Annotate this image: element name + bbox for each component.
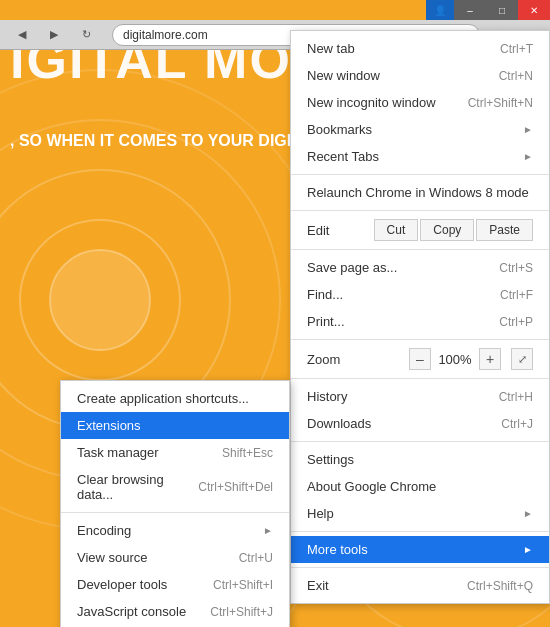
svg-point-4 <box>50 250 150 350</box>
submenu-arrow-more-tools: ► <box>523 544 533 555</box>
fullscreen-button[interactable]: ⤢ <box>511 348 533 370</box>
paste-button[interactable]: Paste <box>476 219 533 241</box>
menu-item-recent-tabs[interactable]: Recent Tabs ► <box>291 143 549 170</box>
menu-item-settings[interactable]: Settings <box>291 446 549 473</box>
window-controls: 👤 – □ ✕ <box>426 0 550 20</box>
zoom-in-button[interactable]: + <box>479 348 501 370</box>
close-button[interactable]: ✕ <box>518 0 550 20</box>
forward-button[interactable]: ▶ <box>40 24 68 46</box>
cut-button[interactable]: Cut <box>374 219 419 241</box>
sub-item-js-console[interactable]: JavaScript console Ctrl+Shift+J <box>61 598 289 625</box>
submenu-arrow-bookmarks: ► <box>523 124 533 135</box>
submenu-arrow-recent-tabs: ► <box>523 151 533 162</box>
copy-button[interactable]: Copy <box>420 219 474 241</box>
sub-item-task-manager[interactable]: Task manager Shift+Esc <box>61 439 289 466</box>
menu-item-relaunch[interactable]: Relaunch Chrome in Windows 8 mode <box>291 179 549 206</box>
zoom-row: Zoom – 100% + ⤢ <box>291 344 549 374</box>
more-tools-submenu: Create application shortcuts... Extensio… <box>60 380 290 627</box>
submenu-arrow-help: ► <box>523 508 533 519</box>
sub-item-extensions[interactable]: Extensions <box>61 412 289 439</box>
menu-item-new-tab[interactable]: New tab Ctrl+T <box>291 35 549 62</box>
submenu-arrow-encoding: ► <box>263 525 273 536</box>
back-button[interactable]: ◀ <box>8 24 36 46</box>
menu-item-history[interactable]: History Ctrl+H <box>291 383 549 410</box>
zoom-value: 100% <box>437 352 473 367</box>
menu-item-save-page[interactable]: Save page as... Ctrl+S <box>291 254 549 281</box>
chrome-menu: New tab Ctrl+T New window Ctrl+N New inc… <box>290 30 550 604</box>
divider-7 <box>291 531 549 532</box>
user-button[interactable]: 👤 <box>426 0 454 20</box>
menu-item-new-incognito[interactable]: New incognito window Ctrl+Shift+N <box>291 89 549 116</box>
menu-item-more-tools[interactable]: More tools ► <box>291 536 549 563</box>
sub-divider-1 <box>61 512 289 513</box>
menu-item-find[interactable]: Find... Ctrl+F <box>291 281 549 308</box>
divider-1 <box>291 174 549 175</box>
divider-4 <box>291 339 549 340</box>
sub-item-clear-browsing[interactable]: Clear browsing data... Ctrl+Shift+Del <box>61 466 289 508</box>
sub-item-create-shortcuts[interactable]: Create application shortcuts... <box>61 385 289 412</box>
browser-controls: ◀ ▶ ↻ <box>0 24 108 46</box>
menu-item-new-window[interactable]: New window Ctrl+N <box>291 62 549 89</box>
divider-2 <box>291 210 549 211</box>
maximize-button[interactable]: □ <box>486 0 518 20</box>
sub-item-encoding[interactable]: Encoding ► <box>61 517 289 544</box>
divider-8 <box>291 567 549 568</box>
divider-3 <box>291 249 549 250</box>
divider-6 <box>291 441 549 442</box>
menu-item-exit[interactable]: Exit Ctrl+Shift+Q <box>291 572 549 599</box>
menu-item-about[interactable]: About Google Chrome <box>291 473 549 500</box>
sub-item-view-source[interactable]: View source Ctrl+U <box>61 544 289 571</box>
menu-item-print[interactable]: Print... Ctrl+P <box>291 308 549 335</box>
zoom-out-button[interactable]: – <box>409 348 431 370</box>
minimize-button[interactable]: – <box>454 0 486 20</box>
divider-5 <box>291 378 549 379</box>
reload-button[interactable]: ↻ <box>72 24 100 46</box>
menu-item-bookmarks[interactable]: Bookmarks ► <box>291 116 549 143</box>
menu-item-downloads[interactable]: Downloads Ctrl+J <box>291 410 549 437</box>
edit-row: Edit Cut Copy Paste <box>291 215 549 245</box>
menu-item-help[interactable]: Help ► <box>291 500 549 527</box>
sub-item-developer-tools[interactable]: Developer tools Ctrl+Shift+I <box>61 571 289 598</box>
